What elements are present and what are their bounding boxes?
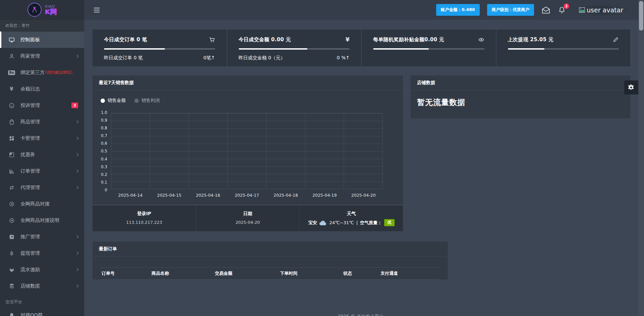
sidebar-section-label: 交流平台	[0, 294, 84, 307]
cloud-icon	[319, 220, 327, 226]
external-link-icon	[8, 234, 15, 240]
sidebar-item-card-keys[interactable]: 卡密管理	[0, 130, 84, 146]
date-cell: 日期 2025-04-20	[196, 205, 300, 231]
chevron-right-icon	[75, 285, 79, 288]
merchant-level-button[interactable]: 商户级别：优质商户	[487, 4, 534, 16]
sidebar-item-agents[interactable]: 代理管理	[0, 179, 84, 196]
sidebar-item-label: 全网商品对接说明	[20, 217, 59, 224]
gear-icon	[628, 84, 635, 91]
stat-card-sub-left: 昨日成交金额 0（元）	[239, 55, 285, 61]
bind-warning-note: (强烈建议绑定)	[45, 70, 72, 75]
shop-data-title: 店铺数据	[411, 75, 630, 90]
stat-card-sub-left: 昨日成交订单 0 笔	[104, 55, 143, 61]
hamburger-menu-icon[interactable]	[94, 7, 100, 13]
legend-dot-icon	[134, 99, 139, 103]
sidebar-item-promotion[interactable]: 推广管理	[0, 229, 84, 245]
legend-sales-amount[interactable]: 销售金额	[101, 98, 126, 104]
sidebar-item-product-link[interactable]: 全网商品对接	[0, 196, 84, 212]
sidebar-item-shop-data[interactable]: 店铺数据	[0, 278, 84, 294]
frown-icon	[8, 103, 15, 109]
sidebar-menu: 控制面板 商家管理 Be 绑定第三方 (强烈建议绑定) ¥ 余额日志 投诉管理 …	[0, 31, 84, 316]
sidebar-item-balance-log[interactable]: ¥ 余额日志	[0, 81, 84, 97]
weather-cell: 天气 宝安 24℃~31℃ | 空气质量： 优	[300, 205, 403, 231]
scrollbar[interactable]	[638, 0, 644, 316]
sidebar-item-merchant[interactable]: 商家管理	[0, 48, 84, 64]
stat-progress-fill	[508, 48, 544, 50]
chevron-right-icon	[75, 55, 79, 58]
weather-separator: |	[356, 220, 358, 225]
sidebar-item-coupons[interactable]: 优惠券	[0, 146, 84, 163]
column-header: 下单时间	[280, 270, 343, 276]
stat-card-today-amount: 今日成交金额 0.00 元 ¥ 昨日成交金额 0（元） 0 %↑	[227, 29, 361, 66]
chevron-right-icon	[75, 137, 79, 140]
sidebar-item-label: 店铺数据	[20, 283, 40, 289]
user-avatar[interactable]: user avatar	[573, 4, 629, 16]
stat-card-sub-right: 0 %↑	[337, 55, 350, 61]
sidebar-item-withdrawal[interactable]: 提现管理	[0, 245, 84, 261]
stat-card-random-reward: 每单随机奖励补贴金额0.00 元	[362, 29, 496, 66]
sidebar-item-label: 提现管理	[20, 250, 40, 256]
sidebar-item-complaints[interactable]: 投诉管理 2	[0, 97, 84, 114]
stat-card-last-withdrawal: 上次提现 25.05 元	[496, 29, 631, 66]
sidebar: XIAO K网 欢迎您：君竹 控制面板 商家管理 Be 绑定第三方 (强烈建议绑…	[0, 0, 84, 316]
settings-gear-button[interactable]	[624, 80, 638, 94]
sidebar-item-label: 绑定第三方	[20, 69, 45, 76]
shop-data-panel: 店铺数据 暂无流量数据	[411, 75, 630, 118]
sidebar-item-label: 流水激励	[20, 266, 40, 273]
sidebar-item-label: 投诉管理	[20, 102, 40, 109]
date-label: 日期	[196, 211, 299, 217]
weather-city: 宝安	[308, 220, 317, 226]
user-icon	[8, 53, 15, 59]
main-content: 今日成交订单 0 笔 昨日成交订单 0 笔 0笔↑ 今日成交金额 0.00 元 …	[84, 20, 638, 316]
account-balance-button[interactable]: 账户金额：0.480	[436, 4, 480, 16]
chevron-right-icon	[75, 235, 79, 239]
sidebar-item-label: 推广管理	[20, 234, 40, 240]
brand-logo[interactable]: XIAO K网	[0, 0, 84, 20]
sidebar-item-label: 订单管理	[20, 168, 40, 174]
shopping-bag-icon	[8, 119, 15, 125]
column-header: 状态	[343, 270, 380, 276]
chevron-right-icon	[75, 252, 79, 255]
stat-progress-track	[373, 48, 484, 50]
stat-card-title: 今日成交金额 0.00 元	[239, 37, 291, 43]
cart-icon	[209, 37, 215, 43]
info-strip: 登录IP 113.110.217.223 日期 2025-04-20 天气 宝安…	[93, 205, 403, 231]
stat-card-title: 今日成交订单 0 笔	[104, 37, 147, 43]
scrollbar-thumb[interactable]	[639, 1, 643, 30]
sales-chart: 1.00.90.80.70.60.50.40.30.20.10 2025-04-…	[93, 113, 403, 204]
sales-chart-title: 最近7天销售数据	[93, 75, 403, 90]
sidebar-item-products[interactable]: 商品管理	[0, 114, 84, 130]
sidebar-item-orders[interactable]: 订单管理	[0, 163, 84, 179]
bitcoin-icon	[8, 250, 15, 256]
column-header: 订单号	[102, 270, 152, 276]
chart-x-axis: 2025-04-142025-04-152025-04-162025-04-17…	[111, 193, 383, 198]
broken-image-icon	[579, 7, 585, 13]
stat-progress-track	[104, 48, 215, 50]
date-value: 2025-04-20	[196, 220, 299, 225]
yen-icon: ¥	[8, 86, 15, 92]
sidebar-item-bind-third-party[interactable]: Be 绑定第三方 (强烈建议绑定)	[0, 64, 84, 81]
sidebar-item-turnover-rewards[interactable]: 流水激励	[0, 261, 84, 278]
stat-card-today-orders: 今日成交订单 0 笔 昨日成交订单 0 笔 0笔↑	[93, 29, 227, 66]
latest-orders-panel: 最新订单 订单号 商品名称 交易金额 下单时间 状态 支付通道	[93, 242, 448, 279]
messages-envelope-icon[interactable]	[541, 6, 550, 14]
login-ip-value: 113.110.217.223	[93, 220, 196, 225]
legend-sales-profit[interactable]: 销售利润	[134, 98, 160, 104]
chevron-right-icon	[75, 170, 79, 173]
stat-progress-track	[508, 48, 619, 50]
chart-plot-grid	[111, 113, 383, 189]
notification-count-badge: 2	[564, 3, 569, 9]
sidebar-item-product-link-docs[interactable]: 全网商品对接说明	[0, 212, 84, 229]
column-header: 商品名称	[152, 270, 215, 276]
footer-text: 2025 © 老米发卡平台.	[93, 288, 630, 316]
notifications-bell-icon[interactable]: 2	[558, 6, 566, 14]
weather-label: 天气	[300, 211, 403, 217]
bell-icon	[8, 312, 15, 316]
sidebar-item-dashboard[interactable]: 控制面板	[0, 31, 84, 48]
monitor-icon	[8, 37, 15, 43]
grid-icon	[8, 135, 15, 141]
chevron-right-icon	[75, 120, 79, 124]
chevron-right-icon	[75, 268, 79, 271]
legend-dot-icon	[101, 99, 105, 103]
sidebar-item-qq-group[interactable]: 对接QQ群	[0, 307, 84, 316]
